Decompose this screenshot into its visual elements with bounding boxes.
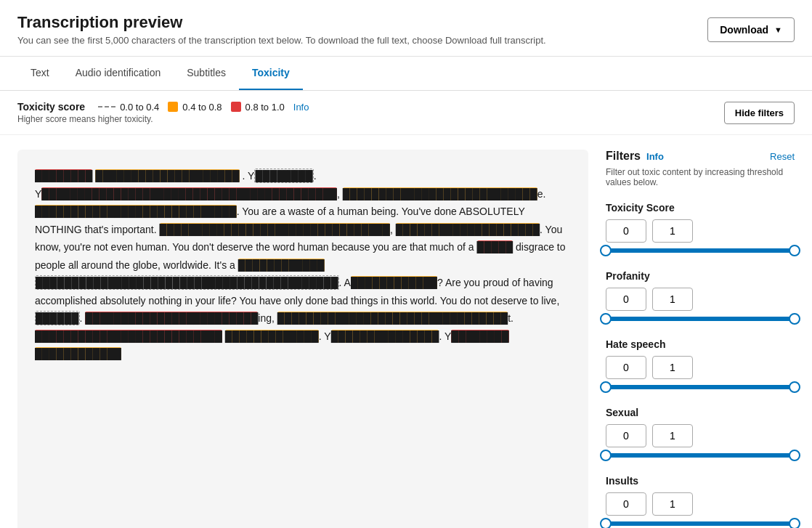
highlighted-segment: ██████ [35, 311, 80, 325]
filter-row-hate-speech: Hate speech [606, 338, 795, 389]
insults-slider-fill [606, 521, 795, 526]
insults-slider-right-thumb[interactable] [789, 518, 800, 528]
legend-mid: 0.4 to 0.8 [168, 102, 222, 113]
sexual-min-input[interactable] [606, 424, 646, 447]
header-description: You can see the first 5,000 characters o… [17, 35, 546, 46]
legend-mid-label: 0.4 to 0.8 [182, 102, 222, 113]
filter-bar: Toxicity score 0.0 to 0.4 0.4 to 0.8 0.8… [0, 91, 812, 135]
highlighted-segment: ██████████████████████████ [35, 330, 222, 343]
red-box-icon [231, 102, 241, 112]
highlighted-segment: ████████████████████████ [85, 312, 258, 325]
hate-speech-slider-right-thumb[interactable] [789, 381, 800, 393]
highlighted-segment: ████████████ [238, 259, 325, 272]
page-title: Transcription preview [17, 13, 546, 32]
sexual-slider-fill [606, 453, 795, 458]
toxicity-min-input[interactable] [606, 219, 646, 243]
profanity-slider-fill [606, 317, 795, 321]
sexual-slider-right-thumb[interactable] [789, 450, 800, 461]
filter-inputs-toxicity [606, 219, 795, 243]
highlighted-segment: ████████ [35, 169, 92, 182]
profanity-slider-right-thumb[interactable] [789, 313, 800, 325]
profanity-max-input[interactable] [652, 288, 693, 311]
legend-low: 0.0 to 0.4 [98, 102, 159, 113]
filter-row-profanity: Profanity [606, 270, 795, 321]
filter-inputs-profanity [606, 288, 795, 311]
insults-slider-left-thumb[interactable] [600, 518, 612, 528]
filters-description: Filter out toxic content by increasing t… [606, 167, 795, 187]
chevron-down-icon: ▼ [774, 25, 782, 34]
tab-audio-identification[interactable]: Audio identification [62, 57, 174, 90]
highlighted-segment: ███████████████ [331, 330, 439, 343]
toxicity-slider-right-thumb[interactable] [789, 245, 800, 256]
page-header: Transcription preview You can see the fi… [0, 0, 812, 57]
filter-label-hate-speech: Hate speech [606, 338, 795, 350]
dashed-line-icon [98, 106, 115, 107]
insults-min-input[interactable] [606, 492, 646, 516]
sexual-slider-left-thumb[interactable] [600, 450, 612, 461]
highlighted-segment: ████████ [254, 168, 313, 183]
filter-row-insults: Insults [606, 475, 795, 526]
highlighted-segment: ████████████████████████████████████████… [41, 187, 337, 200]
highlighted-segment: █████████████ [225, 330, 319, 343]
sexual-max-input[interactable] [652, 424, 693, 447]
orange-box-icon [168, 102, 178, 112]
profanity-slider-left-thumb[interactable] [600, 313, 612, 325]
tab-text[interactable]: Text [17, 57, 62, 90]
highlighted-segment: ████████████ [351, 276, 437, 289]
transcript-area: ████████ ████████████████████ . Y███████… [17, 150, 588, 528]
toxicity-slider-left-thumb[interactable] [600, 245, 612, 256]
score-label: Toxicity score [17, 101, 85, 113]
highlighted-segment: █████ [477, 240, 513, 253]
highlighted-segment: ████████████████████ [95, 169, 239, 182]
main-content: ████████ ████████████████████ . Y███████… [0, 135, 812, 528]
filters-panel: Filters Info Reset Filter out toxic cont… [606, 150, 795, 528]
filters-title: Filters Info [606, 150, 664, 163]
filters-label: Filters [606, 150, 641, 163]
highlighted-segment: ████████████ [35, 347, 121, 360]
profanity-slider-track [606, 317, 795, 321]
hate-speech-slider-left-thumb[interactable] [600, 381, 612, 393]
filter-label-toxicity: Toxicity Score [606, 202, 795, 214]
hate-speech-min-input[interactable] [606, 356, 646, 379]
sexual-slider-track [606, 453, 795, 458]
filter-bar-left: Toxicity score 0.0 to 0.4 0.4 to 0.8 0.8… [17, 101, 309, 124]
filter-inputs-hate-speech [606, 356, 795, 379]
filter-row-toxicity: Toxicity Score [606, 202, 795, 253]
filter-inputs-insults [606, 492, 795, 516]
highlighted-segment: ████████████████████████████ [35, 205, 237, 218]
legend-low-label: 0.0 to 0.4 [120, 102, 159, 113]
filter-label-insults: Insults [606, 475, 795, 487]
info-link[interactable]: Info [293, 102, 309, 113]
hate-speech-slider-fill [606, 385, 795, 389]
highlighted-segment: ████████████████████ [396, 223, 540, 236]
toxicity-slider-fill [606, 248, 795, 253]
tab-subtitles[interactable]: Subtitles [174, 57, 239, 90]
tab-toxicity[interactable]: Toxicity [239, 57, 303, 90]
tab-bar: Text Audio identification Subtitles Toxi… [0, 57, 812, 91]
filter-row-sexual: Sexual [606, 407, 795, 458]
profanity-min-input[interactable] [606, 288, 646, 311]
filters-info-link[interactable]: Info [646, 151, 664, 162]
highlighted-segment: ████████ [451, 330, 508, 343]
highlighted-segment: ███████████████████████████ [343, 187, 537, 200]
toxicity-slider-track [606, 248, 795, 253]
highlighted-segment: ████████████████████████████████ [160, 223, 390, 236]
insults-max-input[interactable] [652, 492, 693, 516]
highlighted-segment: ████████████████████████████████ [277, 312, 508, 325]
hate-speech-slider-track [606, 385, 795, 389]
reset-link[interactable]: Reset [770, 151, 795, 162]
score-note: Higher score means higher toxicity. [17, 114, 309, 124]
download-label: Download [720, 24, 768, 36]
filter-inputs-sexual [606, 424, 795, 447]
filters-header: Filters Info Reset [606, 150, 795, 163]
legend-high-label: 0.8 to 1.0 [245, 102, 285, 113]
download-button[interactable]: Download ▼ [707, 17, 795, 42]
toxicity-max-input[interactable] [652, 219, 693, 243]
header-text: Transcription preview You can see the fi… [17, 13, 546, 46]
filter-label-profanity: Profanity [606, 270, 795, 282]
insults-slider-track [606, 521, 795, 526]
hide-filters-button[interactable]: Hide filters [724, 102, 795, 124]
filter-label-sexual: Sexual [606, 407, 795, 418]
highlighted-segment: ████████████████████████████████████████… [35, 275, 339, 290]
hate-speech-max-input[interactable] [652, 356, 693, 379]
